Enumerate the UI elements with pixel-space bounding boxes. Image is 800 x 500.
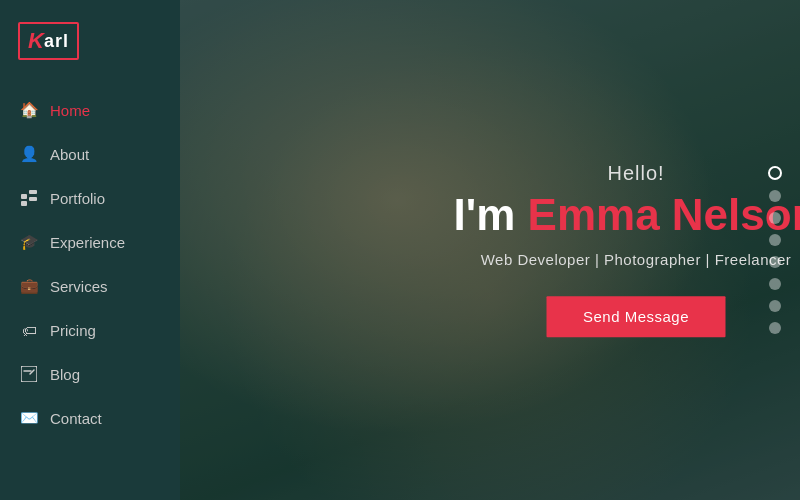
- svg-rect-4: [21, 366, 37, 382]
- dot-3[interactable]: [769, 212, 781, 224]
- dot-8[interactable]: [769, 322, 781, 334]
- logo-letter: K: [28, 28, 44, 54]
- experience-icon: 🎓: [20, 233, 38, 251]
- tagline-text: Web Developer | Photographer | Freelance…: [453, 252, 800, 269]
- dot-navigation: [768, 166, 782, 334]
- logo-area: K arl: [0, 0, 180, 78]
- nav-label-contact: Contact: [50, 410, 102, 427]
- name-heading: I'm Emma Nelson: [453, 191, 800, 239]
- nav-link-experience[interactable]: 🎓 Experience: [0, 220, 145, 264]
- dot-4[interactable]: [769, 234, 781, 246]
- services-icon: 💼: [20, 277, 38, 295]
- dot-2[interactable]: [769, 190, 781, 202]
- nav-label-services: Services: [50, 278, 108, 295]
- nav-link-about[interactable]: 👤 About: [0, 132, 145, 176]
- logo-box: K arl: [18, 22, 79, 60]
- nav-link-blog[interactable]: Blog: [0, 352, 145, 396]
- nav-item-pricing: 🏷 Pricing: [0, 308, 145, 352]
- svg-rect-1: [29, 190, 37, 194]
- send-message-button[interactable]: Send Message: [547, 297, 725, 338]
- dot-6[interactable]: [769, 278, 781, 290]
- nav-label-experience: Experience: [50, 234, 125, 251]
- nav-link-portfolio[interactable]: Portfolio: [0, 176, 145, 220]
- nav-label-portfolio: Portfolio: [50, 190, 105, 207]
- nav-item-blog: Blog: [0, 352, 145, 396]
- hello-text: Hello!: [453, 162, 800, 185]
- dot-1[interactable]: [768, 166, 782, 180]
- dot-7[interactable]: [769, 300, 781, 312]
- nav-label-blog: Blog: [50, 366, 80, 383]
- logo-rest: arl: [44, 31, 69, 52]
- pricing-icon: 🏷: [20, 321, 38, 339]
- about-icon: 👤: [20, 145, 38, 163]
- blog-icon: [20, 365, 38, 383]
- nav-label-home: Home: [50, 102, 90, 119]
- name-accent: Emma Nelson: [528, 190, 800, 239]
- nav-link-contact[interactable]: ✉️ Contact: [0, 396, 145, 440]
- main-content: Hello! I'm Emma Nelson Web Developer | P…: [180, 0, 800, 500]
- nav-link-home[interactable]: 🏠 Home: [0, 88, 145, 132]
- name-plain: I'm: [453, 190, 527, 239]
- nav-item-portfolio: Portfolio: [0, 176, 145, 220]
- nav-item-experience: 🎓 Experience: [0, 220, 145, 264]
- portfolio-icon: [20, 189, 38, 207]
- nav-list: 🏠 Home 👤 About Portfolio: [0, 88, 145, 440]
- svg-rect-0: [21, 194, 27, 199]
- svg-rect-3: [21, 201, 27, 206]
- nav-label-pricing: Pricing: [50, 322, 96, 339]
- nav-item-home: 🏠 Home: [0, 88, 145, 132]
- nav-item-about: 👤 About: [0, 132, 145, 176]
- sidebar: K arl 🏠 Home 👤 About: [0, 0, 180, 500]
- main-nav: 🏠 Home 👤 About Portfolio: [0, 78, 145, 440]
- dot-5[interactable]: [769, 256, 781, 268]
- nav-label-about: About: [50, 146, 89, 163]
- svg-rect-2: [29, 197, 37, 201]
- nav-item-contact: ✉️ Contact: [0, 396, 145, 440]
- hero-content: Hello! I'm Emma Nelson Web Developer | P…: [453, 162, 800, 337]
- nav-link-services[interactable]: 💼 Services: [0, 264, 145, 308]
- nav-item-services: 💼 Services: [0, 264, 145, 308]
- contact-icon: ✉️: [20, 409, 38, 427]
- nav-link-pricing[interactable]: 🏷 Pricing: [0, 308, 145, 352]
- home-icon: 🏠: [20, 101, 38, 119]
